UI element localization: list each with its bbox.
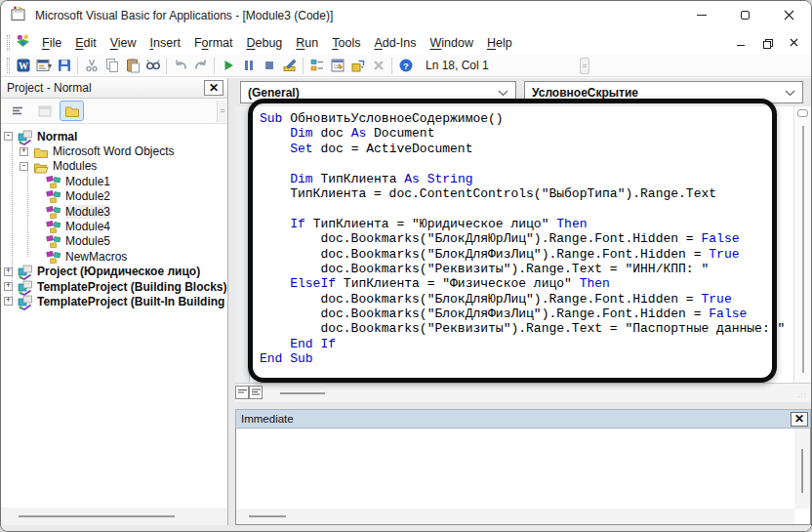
find-button[interactable]	[142, 56, 163, 75]
toolbar-separator	[391, 58, 392, 74]
code-text[interactable]: Sub ОбновитьУсловноеСодержимое() Dim doc…	[251, 106, 793, 383]
tree-item-project-юридическое-лицо-[interactable]: +Project (Юридическое лицо)	[1, 265, 227, 279]
immediate-header[interactable]: Immediate ✕	[235, 409, 811, 429]
project-panel-close-button[interactable]: ✕	[204, 80, 223, 96]
tree-item-templateproject-building-blocks-[interactable]: +TemplateProject (Building Blocks)	[1, 279, 227, 294]
copy-button[interactable]	[102, 56, 122, 75]
menu-run[interactable]: Run	[289, 33, 325, 53]
code-margin-indicator-bar[interactable]	[235, 106, 250, 383]
object-dropdown[interactable]: (General)	[240, 81, 516, 103]
module-icon	[46, 234, 61, 248]
mdi-close-button[interactable]	[788, 37, 799, 49]
menu-tools[interactable]: Tools	[325, 33, 367, 53]
find-icon	[145, 58, 161, 73]
title-bar: Microsoft Visual Basic for Applications …	[1, 1, 811, 30]
resize-grip[interactable]: .::	[797, 390, 807, 399]
code-editor[interactable]: Sub ОбновитьУсловноеСодержимое() Dim doc…	[235, 106, 811, 383]
tree-item-templateproject-built-in-building[interactable]: +TemplateProject (Built-In Building	[1, 294, 227, 308]
word-document-button[interactable]: W	[13, 56, 33, 75]
save-button[interactable]	[54, 56, 74, 75]
project-panel-title: Project - Normal	[7, 81, 92, 95]
tree-item-microsoft-word-objects[interactable]: +Microsoft Word Objects	[1, 143, 227, 158]
tree-item-newmacros[interactable]: NewMacros	[1, 249, 227, 264]
copy-icon	[104, 58, 120, 73]
menu-file[interactable]: File	[35, 33, 68, 53]
menu-debug[interactable]: Debug	[239, 33, 289, 53]
expand-icon[interactable]: +	[4, 267, 13, 276]
collapse-icon[interactable]: -	[20, 162, 28, 171]
menu-help[interactable]: Help	[480, 33, 519, 53]
folder-closed-icon	[33, 144, 49, 158]
procedure-view-button[interactable]	[235, 386, 249, 399]
expand-icon[interactable]: +	[4, 282, 13, 291]
close-button[interactable]	[767, 1, 811, 29]
properties-window-button[interactable]	[327, 56, 347, 75]
menu-addins[interactable]: Add-Ins	[367, 33, 423, 53]
tree-item-module2[interactable]: Module2	[1, 189, 227, 204]
code-window-bottom-bar: .::	[235, 383, 811, 402]
project-panel-overflow-handle[interactable]: =	[217, 101, 227, 122]
toggle-folders-button[interactable]	[60, 101, 84, 121]
cut-icon	[84, 58, 100, 73]
toolbox-button[interactable]	[368, 56, 388, 75]
tree-item-module5[interactable]: Module5	[1, 234, 227, 249]
expand-icon[interactable]: +	[20, 147, 28, 156]
menu-format[interactable]: Format	[187, 33, 240, 53]
code-horizontal-scrollbar[interactable]	[280, 392, 325, 394]
immediate-vertical-scrollbar[interactable]	[794, 429, 810, 509]
workspace: Project - Normal ✕ = -Normal+Microsoft W…	[1, 78, 811, 531]
view-object-icon	[37, 103, 53, 119]
code-vertical-scrollbar[interactable]	[793, 106, 811, 383]
run-button[interactable]	[218, 56, 238, 75]
immediate-input-area[interactable]	[235, 429, 811, 525]
tree-item-normal[interactable]: -Normal	[1, 129, 227, 143]
toolbar-options-handle[interactable]: =	[580, 58, 589, 74]
design-mode-button[interactable]	[279, 56, 300, 75]
paste-button[interactable]	[122, 56, 142, 75]
menu-insert[interactable]: Insert	[143, 33, 187, 53]
view-object-button[interactable]	[32, 101, 57, 121]
immediate-horizontal-scrollbar[interactable]	[236, 509, 794, 524]
immediate-close-button[interactable]: ✕	[791, 412, 808, 427]
mdi-restore-button[interactable]	[761, 37, 773, 49]
procedure-dropdown[interactable]: УсловноеСкрытие	[524, 81, 803, 103]
tree-item-modules[interactable]: -Modules	[1, 159, 227, 174]
expand-icon[interactable]: +	[4, 297, 13, 306]
project-explorer-button[interactable]	[306, 56, 327, 75]
cut-button[interactable]	[81, 56, 102, 75]
tree-item-module1[interactable]: Module1	[1, 174, 227, 188]
reset-button[interactable]	[259, 56, 279, 75]
module-icon	[46, 175, 61, 188]
tree-item-label: Module2	[65, 189, 110, 203]
cursor-position-indicator: Ln 18, Col 1	[426, 59, 580, 72]
code-window-region: (General) УсловноеСкрытие Sub ОбновитьУс…	[235, 78, 811, 525]
menu-edit[interactable]: Edit	[68, 33, 103, 53]
menu-view[interactable]: View	[103, 33, 143, 53]
redo-button[interactable]	[190, 56, 211, 75]
project-panel-toolbar: =	[1, 99, 227, 124]
minimize-button[interactable]	[679, 1, 723, 29]
menu-window[interactable]: Window	[424, 33, 480, 53]
break-button[interactable]	[238, 56, 259, 75]
toolbar-grip[interactable]	[7, 58, 10, 73]
maximize-button[interactable]	[723, 1, 767, 29]
tree-item-module4[interactable]: Module4	[1, 219, 227, 233]
save-icon	[57, 58, 72, 73]
mdi-minimize-button[interactable]	[735, 37, 747, 49]
view-code-button[interactable]	[5, 101, 29, 121]
run-icon	[221, 58, 236, 73]
project-horizontal-scrollbar[interactable]	[1, 508, 227, 525]
immediate-window: Immediate ✕	[235, 409, 811, 525]
full-module-view-button[interactable]	[249, 386, 263, 399]
toolbar-separator	[214, 58, 215, 74]
immediate-title: Immediate	[241, 413, 294, 425]
object-browser-button[interactable]	[347, 56, 368, 75]
menubar-grip[interactable]	[7, 35, 10, 51]
help-button[interactable]: ?	[395, 56, 416, 75]
properties-window-icon	[330, 58, 345, 73]
insert-userform-button[interactable]: ▾	[33, 56, 54, 75]
collapse-icon[interactable]: -	[4, 132, 13, 141]
code-line: ТипКлиента = doc.ContentControls("ВыборТ…	[260, 186, 793, 201]
tree-item-module3[interactable]: Module3	[1, 204, 227, 219]
undo-button[interactable]	[170, 56, 190, 75]
